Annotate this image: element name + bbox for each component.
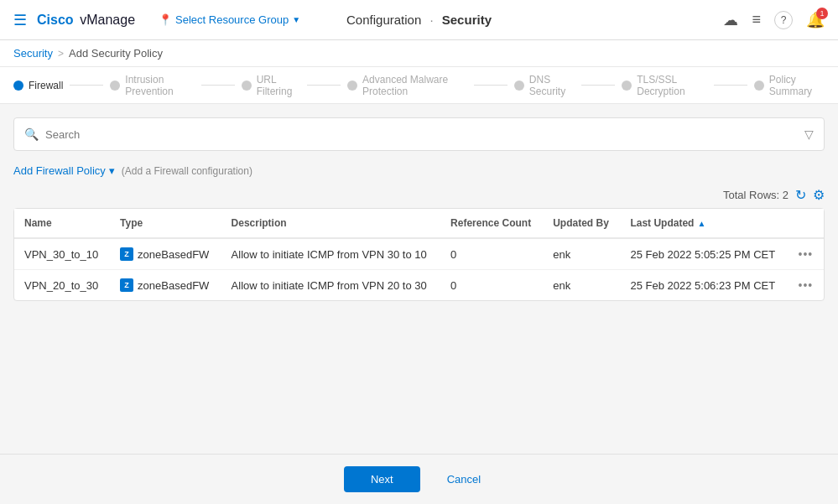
step-dot-summary	[754, 81, 764, 91]
cell-updated-by-1: enk	[543, 238, 620, 270]
step-label-malware: Advanced Malware Protection	[362, 74, 467, 97]
type-icon-2: Z	[120, 278, 133, 292]
step-line-1	[70, 85, 103, 86]
row-actions-1[interactable]: •••	[799, 247, 814, 261]
cell-name-1: VPN_30_to_10	[14, 238, 110, 270]
col-last-updated-label: Last Updated	[630, 217, 694, 229]
step-dot-firewall	[13, 81, 23, 91]
table-row: VPN_20_to_30 Z zoneBasedFW Allow to init…	[14, 270, 824, 301]
step-dot-url	[242, 81, 252, 91]
step-label-dns: DNS Security	[529, 74, 575, 97]
table-toolbar: Total Rows: 2 ↻ ⚙	[13, 187, 825, 203]
step-line-5	[581, 85, 615, 86]
location-icon: 📍	[159, 13, 172, 26]
step-dot-tls	[622, 81, 632, 91]
page-title: Configuration · Security	[346, 13, 492, 27]
cell-name-2: VPN_20_to_30	[14, 270, 110, 301]
type-label-2: zoneBasedFW	[138, 279, 209, 292]
header-right: ☁ ≡ ? 🔔 1	[723, 11, 825, 29]
firewall-policy-table: Name Type Description Reference Count Up…	[13, 208, 825, 301]
table-row: VPN_30_to_10 Z zoneBasedFW Allow to init…	[14, 238, 824, 270]
col-type: Type	[110, 209, 221, 238]
add-policy-row: Add Firewall Policy ▾ (Add a Firewall co…	[13, 164, 825, 177]
wizard-step-dns[interactable]: DNS Security	[514, 74, 575, 97]
table-header-row: Name Type Description Reference Count Up…	[14, 209, 824, 238]
step-line-6	[714, 85, 747, 86]
step-label-url: URL Filtering	[257, 74, 300, 97]
cancel-button[interactable]: Cancel	[434, 466, 494, 492]
breadcrumb-separator: >	[58, 48, 64, 60]
col-description: Description	[221, 209, 441, 238]
cell-description-2: Allow to initiate ICMP from VPN 20 to 30	[221, 270, 441, 301]
wizard-step-malware[interactable]: Advanced Malware Protection	[347, 74, 467, 97]
breadcrumb: Security > Add Security Policy	[0, 40, 838, 67]
step-line-3	[307, 85, 341, 86]
step-line-4	[474, 85, 507, 86]
main-content: 🔍 ▽ Add Firewall Policy ▾ (Add a Firewal…	[0, 104, 838, 501]
wizard-step-tls[interactable]: TLS/SSL Decryption	[622, 74, 707, 97]
cell-last-updated-2: 25 Feb 2022 5:06:23 PM CET	[620, 270, 788, 301]
resource-group-selector[interactable]: 📍 Select Resource Group ▼	[159, 13, 300, 26]
wizard-step-summary[interactable]: Policy Summary	[754, 74, 825, 97]
chevron-down-icon: ▼	[292, 15, 300, 24]
add-policy-hint: (Add a Firewall configuration)	[122, 165, 252, 177]
total-rows-label: Total Rows: 2	[723, 189, 789, 201]
header-left: ☰ Cisco vManage 📍 Select Resource Group …	[13, 11, 300, 29]
col-name: Name	[14, 209, 110, 238]
breadcrumb-security-link[interactable]: Security	[13, 47, 53, 60]
cell-updated-by-2: enk	[543, 270, 620, 301]
wizard-step-intrusion[interactable]: Intrusion Prevention	[110, 74, 194, 97]
row-actions-2[interactable]: •••	[799, 278, 814, 292]
search-bar: 🔍 ▽	[13, 117, 825, 151]
search-icon: 🔍	[24, 127, 39, 141]
filter-icon[interactable]: ▽	[804, 127, 814, 141]
cloud-icon[interactable]: ☁	[723, 11, 738, 29]
step-dot-malware	[347, 81, 357, 91]
title-separator: ·	[429, 13, 433, 27]
breadcrumb-current: Add Security Policy	[69, 47, 163, 60]
title-config: Configuration	[346, 13, 421, 27]
sort-icon: ▲	[697, 219, 705, 228]
cell-actions-1: •••	[789, 238, 825, 270]
step-line-2	[201, 85, 235, 86]
cell-ref-count-1: 0	[440, 238, 543, 270]
footer: Next Cancel	[0, 454, 838, 501]
brand-vmanage: vManage	[80, 13, 135, 28]
app-header: ☰ Cisco vManage 📍 Select Resource Group …	[0, 0, 838, 40]
add-policy-chevron-icon: ▾	[109, 164, 115, 177]
add-policy-label: Add Firewall Policy	[13, 164, 106, 177]
col-last-updated[interactable]: Last Updated ▲	[620, 209, 788, 238]
title-section: Security	[442, 13, 492, 27]
list-icon[interactable]: ≡	[752, 11, 761, 29]
resource-group-label: Select Resource Group	[175, 13, 289, 26]
brand-logo: Cisco vManage	[37, 13, 135, 28]
cell-last-updated-1: 25 Feb 2022 5:05:25 PM CET	[620, 238, 788, 270]
settings-icon[interactable]: ⚙	[813, 187, 825, 203]
search-input[interactable]	[45, 128, 804, 141]
wizard-steps: Firewall Intrusion Prevention URL Filter…	[0, 67, 838, 104]
col-ref-count: Reference Count	[440, 209, 543, 238]
wizard-step-firewall[interactable]: Firewall	[13, 80, 63, 91]
step-label-tls: TLS/SSL Decryption	[637, 74, 707, 97]
wizard-step-url[interactable]: URL Filtering	[242, 74, 300, 97]
brand-cisco: Cisco	[37, 13, 74, 28]
cell-type-2: Z zoneBasedFW	[110, 270, 221, 301]
step-dot-intrusion	[110, 81, 120, 91]
next-button[interactable]: Next	[344, 466, 420, 492]
help-icon[interactable]: ?	[774, 11, 793, 29]
cell-type-1: Z zoneBasedFW	[110, 238, 221, 270]
add-firewall-policy-button[interactable]: Add Firewall Policy ▾	[13, 164, 115, 177]
col-updated-by: Updated By	[543, 209, 620, 238]
step-label-firewall: Firewall	[29, 80, 63, 91]
refresh-icon[interactable]: ↻	[795, 187, 806, 203]
hamburger-icon[interactable]: ☰	[13, 11, 27, 29]
cell-description-1: Allow to initiate ICMP from VPN 30 to 10	[221, 238, 441, 270]
col-actions	[789, 209, 825, 238]
type-icon-1: Z	[120, 247, 133, 261]
cell-ref-count-2: 0	[440, 270, 543, 301]
cell-actions-2: •••	[789, 270, 825, 301]
notification-icon[interactable]: 🔔 1	[806, 11, 825, 29]
step-label-intrusion: Intrusion Prevention	[125, 74, 194, 97]
step-dot-dns	[514, 81, 524, 91]
notification-badge: 1	[816, 8, 828, 19]
